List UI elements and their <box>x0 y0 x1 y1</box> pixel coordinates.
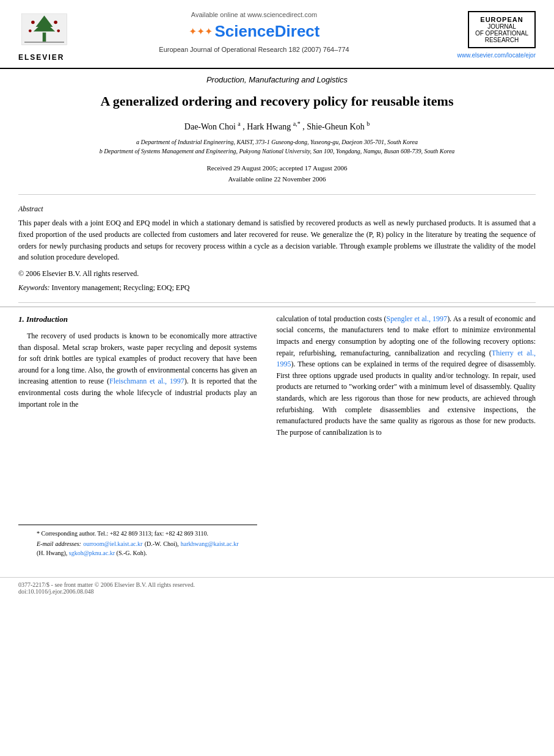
author3: Shie-Gheun Koh <box>307 122 365 131</box>
ejor-line1: EUROPEAN <box>475 16 528 23</box>
divider-2 <box>18 302 536 303</box>
author1-affil: a <box>238 120 240 127</box>
intro-heading: 1. Introduction <box>18 313 257 325</box>
abstract-label: Abstract <box>18 205 536 214</box>
sd-star-icon: ✦✦✦ <box>189 26 213 37</box>
email-link-2[interactable]: harkhwang@kaist.ac.kr <box>181 540 239 547</box>
journal-citation: European Journal of Operational Research… <box>159 46 349 53</box>
issn-line: 0377-2217/$ - see front matter © 2006 El… <box>18 581 536 588</box>
paper-title: A generalized ordering and recovery poli… <box>0 88 554 118</box>
footnote-corresponding: * Corresponding author. Tel.: +82 42 869… <box>37 529 239 538</box>
author2: Hark Hwang <box>247 122 291 131</box>
header: ELSEVIER Available online at www.science… <box>0 0 554 69</box>
ejor-line2: JOURNAL <box>475 23 528 30</box>
intro-para1: The recovery of used products is known t… <box>18 330 257 410</box>
email-link-3[interactable]: sgkoh@pknu.ac.kr <box>69 550 115 556</box>
journal-website: www.elsevier.com/locate/ejor <box>457 52 536 59</box>
divider-1 <box>18 194 536 195</box>
author3-affil: b <box>366 120 370 127</box>
ejor-box: EUROPEAN JOURNAL OF OPERATIONAL RESEARCH <box>468 11 536 48</box>
page: ELSEVIER Available online at www.science… <box>0 0 554 756</box>
section-label: Production, Manufacturing and Logistics <box>0 69 554 88</box>
ejor-line3: OF OPERATIONAL <box>475 30 528 37</box>
fleischmann-link[interactable]: Fleischmann et al., 1997 <box>109 377 184 385</box>
received-date: Received 29 August 2005; accepted 17 Aug… <box>18 163 536 174</box>
col-right-para1: calculation of total production costs (S… <box>277 313 536 438</box>
spengler-link[interactable]: Spengler et al., 1997 <box>387 314 448 323</box>
bottom-bar: 0377-2217/$ - see front matter © 2006 El… <box>0 577 554 597</box>
ejor-area: EUROPEAN JOURNAL OF OPERATIONAL RESEARCH… <box>438 11 536 59</box>
ejor-line4: RESEARCH <box>475 37 528 43</box>
svg-point-6 <box>29 29 32 32</box>
svg-point-7 <box>57 29 60 32</box>
keywords: Keywords: Inventory management; Recyclin… <box>0 281 554 299</box>
abstract-section: Abstract This paper deals with a joint E… <box>0 198 554 266</box>
elsevier-logo-area: ELSEVIER <box>18 11 70 62</box>
abstract-text: This paper deals with a joint EOQ and EP… <box>18 217 536 263</box>
affiliation-a: a Department of Industrial Engineering, … <box>37 137 517 147</box>
elsevier-wordmark: ELSEVIER <box>18 53 64 62</box>
email-label: E-mail addresses: <box>37 540 81 547</box>
footnote-area: * Corresponding author. Tel.: +82 42 869… <box>18 525 257 558</box>
affiliations: a Department of Industrial Engineering, … <box>0 134 554 159</box>
col-right: calculation of total production costs (S… <box>267 313 536 559</box>
sciencedirect-wordmark: ScienceDirect <box>215 22 320 41</box>
copyright: © 2006 Elsevier B.V. All rights reserved… <box>0 267 554 281</box>
keywords-text: Inventory management; Recycling; EOQ; EP… <box>52 283 190 292</box>
svg-rect-1 <box>43 32 46 42</box>
available-online-text: Available online at www.sciencedirect.co… <box>191 11 317 18</box>
svg-point-5 <box>54 21 57 24</box>
footnote-spacer <box>18 415 257 525</box>
author2-affil: a,* <box>293 120 301 127</box>
footnote-emails: E-mail addresses: ourroom@iel.kaist.ac.k… <box>37 539 239 558</box>
dates: Received 29 August 2005; accepted 17 Aug… <box>0 159 554 191</box>
col-left: 1. Introduction The recovery of used pro… <box>18 313 267 559</box>
authors: Dae-Won Choi a , Hark Hwang a,* , Shie-G… <box>0 118 554 134</box>
sciencedirect-logo: ✦✦✦ ScienceDirect <box>189 22 320 41</box>
svg-point-4 <box>31 21 35 24</box>
body-columns: 1. Introduction The recovery of used pro… <box>0 307 554 571</box>
available-online-date: Available online 22 November 2006 <box>18 174 536 185</box>
keywords-label: Keywords: <box>18 283 50 292</box>
author1: Dae-Won Choi <box>184 122 236 131</box>
email-link-1[interactable]: ourroom@iel.kaist.ac.kr <box>83 540 142 547</box>
sciencedirect-area: Available online at www.sciencedirect.co… <box>70 11 438 53</box>
doi-line: doi:10.1016/j.ejor.2006.08.048 <box>18 588 536 595</box>
elsevier-logo-icon <box>18 11 70 51</box>
affiliation-b: b Department of Systems Management and E… <box>37 147 517 156</box>
thierry-link[interactable]: Thierry et al., 1995 <box>277 349 536 369</box>
